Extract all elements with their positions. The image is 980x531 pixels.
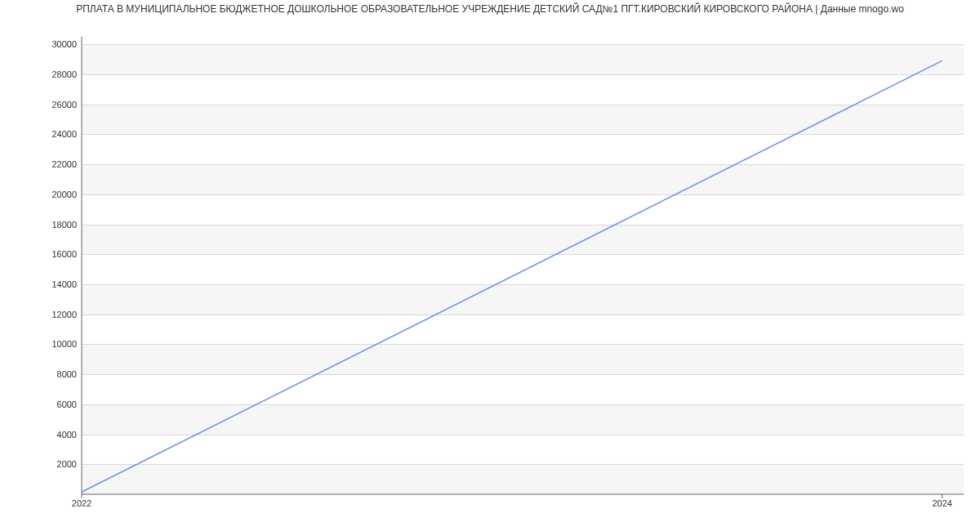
y-tick-label: 12000 (3, 310, 77, 319)
y-tick-label: 2000 (3, 459, 77, 469)
y-tick-label: 8000 (3, 369, 77, 379)
y-tick-label: 22000 (3, 159, 77, 169)
x-tick-label: 2024 (932, 498, 951, 508)
chart-container: РПЛАТА В МУНИЦИПАЛЬНОЕ БЮДЖЕТНОЕ ДОШКОЛЬ… (0, 0, 980, 531)
data-line-svg (82, 37, 964, 494)
y-tick-label: 14000 (3, 279, 77, 289)
series-line (82, 60, 942, 492)
y-tick-label: 30000 (3, 39, 77, 49)
y-tick-label: 6000 (3, 399, 77, 409)
chart-title: РПЛАТА В МУНИЦИПАЛЬНОЕ БЮДЖЕТНОЕ ДОШКОЛЬ… (0, 3, 980, 15)
x-tick-label: 2022 (72, 498, 91, 508)
y-tick-label: 4000 (3, 430, 77, 440)
y-tick-label: 26000 (3, 100, 77, 109)
y-tick-label: 16000 (3, 249, 77, 259)
y-tick-label: 28000 (3, 69, 77, 79)
y-tick-label: 18000 (3, 220, 77, 230)
y-tick-label: 10000 (3, 339, 77, 349)
y-tick-label: 24000 (3, 129, 77, 139)
y-tick-label: 20000 (3, 190, 77, 199)
